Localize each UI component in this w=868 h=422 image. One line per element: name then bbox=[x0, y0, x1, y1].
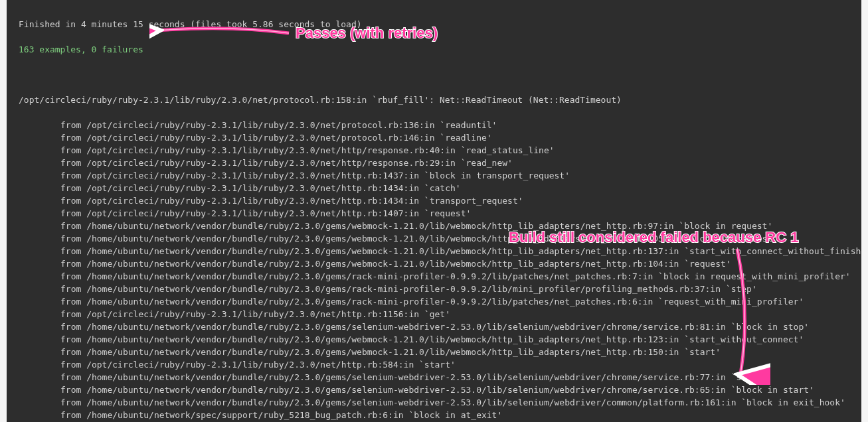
summary-line: 163 examples, 0 failures bbox=[19, 43, 849, 56]
stack-line: from /home/ubuntu/network/vendor/bundle/… bbox=[19, 257, 849, 270]
stack-line: from /home/ubuntu/network/vendor/bundle/… bbox=[19, 396, 849, 409]
stack-line: from /home/ubuntu/network/vendor/bundle/… bbox=[19, 320, 849, 333]
stack-line: from /home/ubuntu/network/vendor/bundle/… bbox=[19, 245, 849, 257]
stack-line: from /home/ubuntu/network/vendor/bundle/… bbox=[19, 295, 849, 308]
stack-line: from /opt/circleci/ruby/ruby-2.3.1/lib/r… bbox=[19, 119, 849, 131]
stack-line: from /opt/circleci/ruby/ruby-2.3.1/lib/r… bbox=[19, 182, 849, 194]
stack-line: from /home/ubuntu/network/vendor/bundle/… bbox=[19, 333, 849, 346]
annotation-passes: Passes (with retries) bbox=[296, 27, 438, 39]
stack-line: from /opt/circleci/ruby/ruby-2.3.1/lib/r… bbox=[19, 144, 849, 157]
stack-line: from /opt/circleci/ruby/ruby-2.3.1/lib/r… bbox=[19, 207, 849, 220]
annotation-failed: Build still considered failed because RC… bbox=[509, 231, 798, 244]
error-header: /opt/circleci/ruby/ruby-2.3.1/lib/ruby/2… bbox=[19, 94, 849, 106]
blank-line bbox=[19, 68, 849, 81]
stack-line: from /home/ubuntu/network/vendor/bundle/… bbox=[19, 346, 849, 358]
stack-line: from /opt/circleci/ruby/ruby-2.3.1/lib/r… bbox=[19, 131, 849, 144]
stack-line: from /opt/circleci/ruby/ruby-2.3.1/lib/r… bbox=[19, 308, 849, 320]
stack-line: from /opt/circleci/ruby/ruby-2.3.1/lib/r… bbox=[19, 157, 849, 169]
stack-line: from /opt/circleci/ruby/ruby-2.3.1/lib/r… bbox=[19, 194, 849, 207]
stack-line: from /opt/circleci/ruby/ruby-2.3.1/lib/r… bbox=[19, 358, 849, 371]
stack-line: from /home/ubuntu/network/vendor/bundle/… bbox=[19, 283, 849, 295]
stack-line: from /home/ubuntu/network/vendor/bundle/… bbox=[19, 270, 849, 283]
stack-line: from /home/ubuntu/network/vendor/bundle/… bbox=[19, 371, 849, 384]
stack-line: from /home/ubuntu/network/vendor/bundle/… bbox=[19, 384, 849, 396]
terminal-output: Finished in 4 minutes 15 seconds (files … bbox=[7, 0, 861, 422]
stack-line: from /opt/circleci/ruby/ruby-2.3.1/lib/r… bbox=[19, 169, 849, 182]
stack-line: from /home/ubuntu/network/spec/support/r… bbox=[19, 409, 849, 421]
stack-trace: from /opt/circleci/ruby/ruby-2.3.1/lib/r… bbox=[19, 119, 849, 421]
